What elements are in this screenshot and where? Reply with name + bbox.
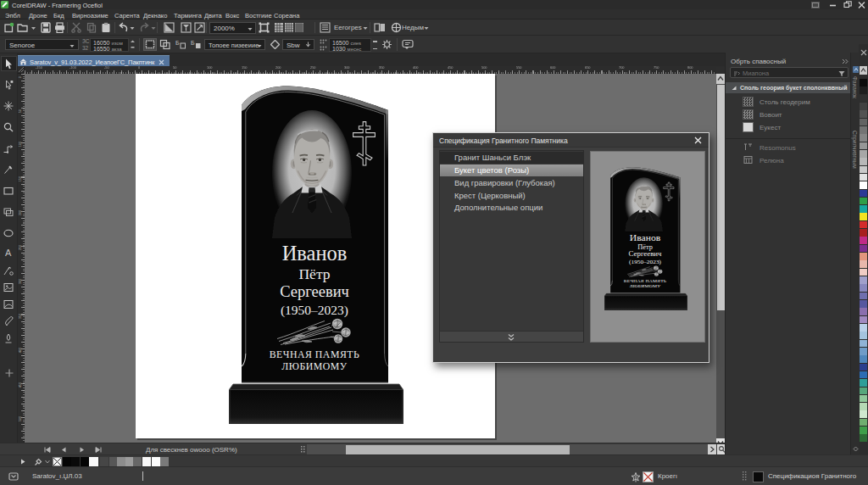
svg-text:Б: Б: [191, 40, 195, 46]
svg-text:Б: Б: [175, 40, 180, 46]
svg-text:A: A: [5, 248, 12, 258]
